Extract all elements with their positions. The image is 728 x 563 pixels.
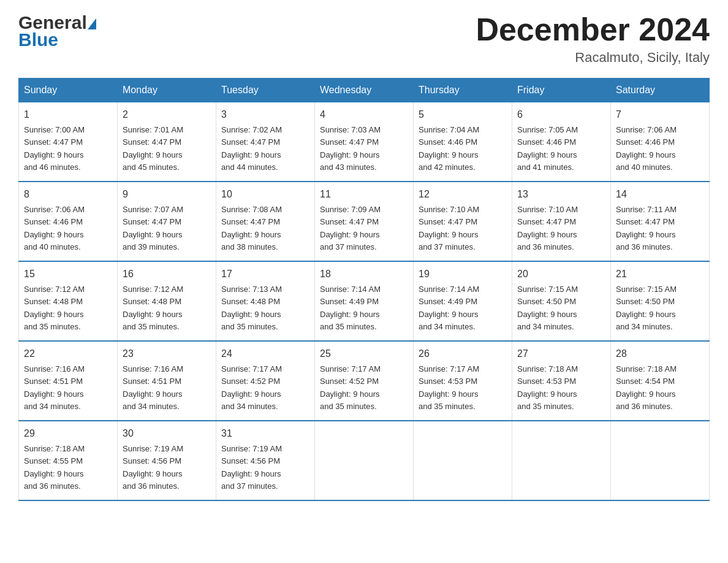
table-row: 20Sunrise: 7:15 AMSunset: 4:50 PMDayligh…: [512, 261, 611, 341]
table-row: 8Sunrise: 7:06 AMSunset: 4:46 PMDaylight…: [19, 182, 118, 261]
calendar-subtitle: Racalmuto, Sicily, Italy: [476, 50, 710, 66]
day-info: Sunrise: 7:06 AMSunset: 4:46 PMDaylight:…: [24, 205, 85, 251]
calendar-week-row: 1Sunrise: 7:00 AMSunset: 4:47 PMDaylight…: [19, 102, 710, 182]
table-row: 7Sunrise: 7:06 AMSunset: 4:46 PMDaylight…: [611, 102, 710, 182]
day-number: 4: [320, 107, 408, 122]
calendar-week-row: 15Sunrise: 7:12 AMSunset: 4:48 PMDayligh…: [19, 261, 710, 341]
table-row: [414, 421, 512, 500]
day-number: 3: [221, 107, 309, 122]
table-row: 19Sunrise: 7:14 AMSunset: 4:49 PMDayligh…: [414, 261, 512, 341]
day-info: Sunrise: 7:17 AMSunset: 4:53 PMDaylight:…: [419, 364, 479, 411]
calendar-week-row: 22Sunrise: 7:16 AMSunset: 4:51 PMDayligh…: [19, 341, 710, 421]
table-row: 2Sunrise: 7:01 AMSunset: 4:47 PMDaylight…: [118, 102, 216, 182]
day-number: 14: [616, 187, 704, 202]
day-info: Sunrise: 7:13 AMSunset: 4:48 PMDaylight:…: [221, 285, 282, 331]
table-row: 9Sunrise: 7:07 AMSunset: 4:47 PMDaylight…: [118, 182, 216, 261]
day-number: 5: [419, 107, 507, 122]
day-info: Sunrise: 7:02 AMSunset: 4:47 PMDaylight:…: [221, 125, 282, 172]
day-info: Sunrise: 7:18 AMSunset: 4:54 PMDaylight:…: [616, 364, 677, 411]
table-row: [611, 421, 710, 500]
day-info: Sunrise: 7:11 AMSunset: 4:47 PMDaylight:…: [616, 205, 677, 251]
day-number: 25: [320, 347, 408, 361]
table-row: 10Sunrise: 7:08 AMSunset: 4:47 PMDayligh…: [216, 182, 315, 261]
days-header-row: Sunday Monday Tuesday Wednesday Thursday…: [19, 79, 710, 102]
table-row: 1Sunrise: 7:00 AMSunset: 4:47 PMDaylight…: [19, 102, 118, 182]
day-info: Sunrise: 7:10 AMSunset: 4:47 PMDaylight:…: [419, 205, 479, 251]
table-row: 21Sunrise: 7:15 AMSunset: 4:50 PMDayligh…: [611, 261, 710, 341]
logo-line2: Blue: [18, 29, 58, 50]
table-row: 31Sunrise: 7:19 AMSunset: 4:56 PMDayligh…: [216, 421, 315, 500]
day-number: 30: [123, 426, 211, 441]
table-row: [512, 421, 611, 500]
day-number: 15: [24, 267, 112, 282]
day-number: 8: [24, 187, 112, 202]
table-row: 12Sunrise: 7:10 AMSunset: 4:47 PMDayligh…: [414, 182, 512, 261]
table-row: [315, 421, 414, 500]
day-info: Sunrise: 7:14 AMSunset: 4:49 PMDaylight:…: [320, 285, 381, 331]
day-number: 11: [320, 187, 408, 202]
day-number: 18: [320, 267, 408, 282]
header-wednesday: Wednesday: [315, 79, 414, 102]
day-number: 2: [123, 107, 211, 122]
table-row: 18Sunrise: 7:14 AMSunset: 4:49 PMDayligh…: [315, 261, 414, 341]
day-number: 17: [221, 267, 309, 282]
day-number: 20: [517, 267, 605, 282]
day-info: Sunrise: 7:16 AMSunset: 4:51 PMDaylight:…: [123, 364, 183, 411]
calendar-title: December 2024: [476, 12, 710, 47]
day-number: 10: [221, 187, 309, 202]
table-row: 28Sunrise: 7:18 AMSunset: 4:54 PMDayligh…: [611, 341, 710, 421]
table-row: 27Sunrise: 7:18 AMSunset: 4:53 PMDayligh…: [512, 341, 611, 421]
day-info: Sunrise: 7:07 AMSunset: 4:47 PMDaylight:…: [123, 205, 183, 251]
day-info: Sunrise: 7:01 AMSunset: 4:47 PMDaylight:…: [123, 125, 183, 172]
table-row: 30Sunrise: 7:19 AMSunset: 4:56 PMDayligh…: [118, 421, 216, 500]
header-monday: Monday: [118, 79, 216, 102]
day-number: 16: [123, 267, 211, 282]
table-row: 29Sunrise: 7:18 AMSunset: 4:55 PMDayligh…: [19, 421, 118, 500]
day-number: 23: [123, 347, 211, 361]
day-info: Sunrise: 7:17 AMSunset: 4:52 PMDaylight:…: [320, 364, 381, 411]
table-row: 16Sunrise: 7:12 AMSunset: 4:48 PMDayligh…: [118, 261, 216, 341]
day-info: Sunrise: 7:12 AMSunset: 4:48 PMDaylight:…: [24, 285, 85, 331]
table-row: 5Sunrise: 7:04 AMSunset: 4:46 PMDaylight…: [414, 102, 512, 182]
table-row: 17Sunrise: 7:13 AMSunset: 4:48 PMDayligh…: [216, 261, 315, 341]
table-row: 24Sunrise: 7:17 AMSunset: 4:52 PMDayligh…: [216, 341, 315, 421]
day-info: Sunrise: 7:10 AMSunset: 4:47 PMDaylight:…: [517, 205, 578, 251]
calendar-week-row: 29Sunrise: 7:18 AMSunset: 4:55 PMDayligh…: [19, 421, 710, 500]
day-number: 6: [517, 107, 605, 122]
day-number: 28: [616, 347, 704, 361]
table-row: 3Sunrise: 7:02 AMSunset: 4:47 PMDaylight…: [216, 102, 315, 182]
logo-arrow-icon: [88, 18, 96, 29]
day-number: 1: [24, 107, 112, 122]
day-info: Sunrise: 7:03 AMSunset: 4:47 PMDaylight:…: [320, 125, 381, 172]
table-row: 22Sunrise: 7:16 AMSunset: 4:51 PMDayligh…: [19, 341, 118, 421]
day-number: 7: [616, 107, 704, 122]
day-number: 29: [24, 426, 112, 441]
table-row: 26Sunrise: 7:17 AMSunset: 4:53 PMDayligh…: [414, 341, 512, 421]
day-info: Sunrise: 7:05 AMSunset: 4:46 PMDaylight:…: [517, 125, 578, 172]
day-info: Sunrise: 7:08 AMSunset: 4:47 PMDaylight:…: [221, 205, 282, 251]
calendar-week-row: 8Sunrise: 7:06 AMSunset: 4:46 PMDaylight…: [19, 182, 710, 261]
day-info: Sunrise: 7:09 AMSunset: 4:47 PMDaylight:…: [320, 205, 381, 251]
title-block: December 2024 Racalmuto, Sicily, Italy: [476, 12, 710, 66]
day-info: Sunrise: 7:15 AMSunset: 4:50 PMDaylight:…: [616, 285, 677, 331]
calendar-table: Sunday Monday Tuesday Wednesday Thursday…: [18, 78, 710, 501]
table-row: 25Sunrise: 7:17 AMSunset: 4:52 PMDayligh…: [315, 341, 414, 421]
day-number: 24: [221, 347, 309, 361]
table-row: 14Sunrise: 7:11 AMSunset: 4:47 PMDayligh…: [611, 182, 710, 261]
day-number: 26: [419, 347, 507, 361]
header-sunday: Sunday: [19, 79, 118, 102]
header-saturday: Saturday: [611, 79, 710, 102]
logo: General Blue: [18, 12, 96, 50]
header-tuesday: Tuesday: [216, 79, 315, 102]
day-info: Sunrise: 7:16 AMSunset: 4:51 PMDaylight:…: [24, 364, 85, 411]
table-row: 6Sunrise: 7:05 AMSunset: 4:46 PMDaylight…: [512, 102, 611, 182]
day-info: Sunrise: 7:00 AMSunset: 4:47 PMDaylight:…: [24, 125, 85, 172]
day-number: 13: [517, 187, 605, 202]
day-number: 21: [616, 267, 704, 282]
day-info: Sunrise: 7:19 AMSunset: 4:56 PMDaylight:…: [123, 444, 183, 491]
day-number: 9: [123, 187, 211, 202]
day-info: Sunrise: 7:12 AMSunset: 4:48 PMDaylight:…: [123, 285, 183, 331]
day-info: Sunrise: 7:06 AMSunset: 4:46 PMDaylight:…: [616, 125, 677, 172]
day-info: Sunrise: 7:04 AMSunset: 4:46 PMDaylight:…: [419, 125, 479, 172]
day-number: 12: [419, 187, 507, 202]
